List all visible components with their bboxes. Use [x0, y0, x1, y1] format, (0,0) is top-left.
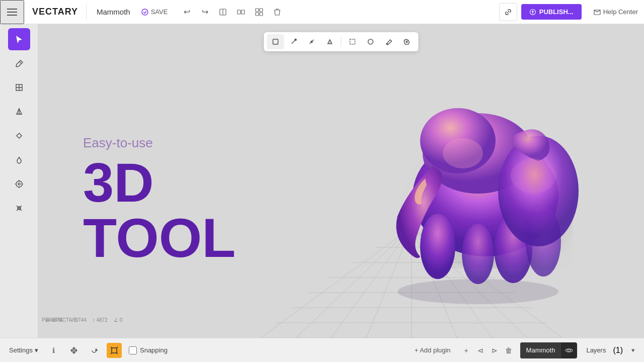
- settings-chevron: ▾: [35, 346, 38, 354]
- draw-tool[interactable]: [8, 52, 30, 74]
- svg-point-37: [406, 41, 408, 43]
- help-button[interactable]: Help Center: [588, 8, 644, 16]
- save-label: SAVE: [151, 8, 168, 16]
- svg-point-35: [368, 39, 373, 44]
- svg-line-14: [597, 10, 600, 12]
- publish-button[interactable]: PUBLISH...: [521, 4, 582, 20]
- angle-coord: ∠ 0: [114, 317, 123, 323]
- undo-button[interactable]: ↩: [179, 4, 195, 20]
- layers-panel: Mammoth: [520, 342, 578, 358]
- svg-rect-10: [256, 13, 259, 16]
- svg-rect-6: [237, 10, 240, 14]
- snapping-area: Snapping: [129, 346, 168, 354]
- z-coord: ↕ 4872: [93, 317, 108, 323]
- vp-edge[interactable]: [303, 34, 320, 49]
- publish-label: PUBLISH...: [539, 8, 574, 16]
- project-name: Mammoth: [93, 8, 134, 16]
- snapping-checkbox[interactable]: [129, 346, 137, 354]
- toolbar-icons: ↩ ↪: [179, 4, 285, 20]
- add-plugin-label: + Add plugin: [415, 346, 451, 354]
- vp-box-select[interactable]: [267, 34, 284, 49]
- layers-dropdown-button[interactable]: ▾: [628, 344, 638, 357]
- svg-point-64: [443, 138, 483, 168]
- snapping-label[interactable]: Snapping: [140, 346, 168, 354]
- link-button[interactable]: [499, 3, 517, 21]
- settings-label: Settings: [9, 346, 33, 354]
- vp-loop[interactable]: [362, 34, 379, 49]
- layers-count: (1): [613, 346, 623, 355]
- environment-tool[interactable]: [8, 173, 30, 195]
- vp-paint[interactable]: [380, 34, 397, 49]
- help-label: Help Center: [603, 8, 638, 16]
- svg-rect-34: [350, 39, 355, 44]
- svg-rect-7: [242, 10, 245, 14]
- scale-tool-btn[interactable]: [107, 343, 122, 358]
- transform2-button[interactable]: [233, 4, 249, 20]
- svg-rect-9: [260, 9, 263, 12]
- vp-rect-select[interactable]: [344, 34, 361, 49]
- svg-point-32: [311, 41, 312, 43]
- layers-nav1-button[interactable]: ⊲: [474, 344, 487, 357]
- svg-line-71: [117, 353, 118, 354]
- vp-vertex[interactable]: [285, 34, 302, 49]
- text-overlay: Easy-to-use 3D TOOL: [83, 135, 236, 265]
- move-tool-btn[interactable]: [66, 343, 82, 358]
- settings-button[interactable]: Settings ▾: [6, 344, 41, 356]
- svg-rect-29: [273, 39, 278, 44]
- add-plugin-button[interactable]: + Add plugin: [415, 346, 451, 354]
- svg-line-68: [111, 347, 112, 348]
- canvas[interactable]: Easy-to-use 3D TOOL: [38, 24, 644, 338]
- svg-rect-67: [112, 348, 117, 353]
- menu-button[interactable]: [0, 0, 24, 24]
- svg-point-60: [462, 224, 494, 284]
- box-tool[interactable]: [8, 76, 30, 99]
- svg-point-3: [142, 9, 148, 15]
- transform1-button[interactable]: [215, 4, 231, 20]
- layers-nav2-button[interactable]: ⊳: [488, 344, 501, 357]
- vp-face[interactable]: [321, 34, 338, 49]
- bottombar: Settings ▾ ℹ Snapping + Add plugin + ⊲: [0, 338, 644, 362]
- delete-button[interactable]: [269, 4, 285, 20]
- layers-prev-button[interactable]: +: [460, 344, 473, 357]
- layers-delete-button[interactable]: 🗑: [502, 344, 515, 357]
- svg-line-69: [117, 347, 118, 348]
- measure-tool[interactable]: [8, 125, 30, 147]
- transform3-button[interactable]: [251, 4, 267, 20]
- svg-point-31: [295, 39, 296, 41]
- svg-point-66: [73, 349, 75, 351]
- viewport-toolbar: [264, 32, 418, 51]
- svg-point-59: [420, 214, 455, 279]
- redo-button[interactable]: ↪: [197, 4, 213, 20]
- vp-settings[interactable]: [398, 34, 415, 49]
- heading-tool: TOOL: [83, 210, 236, 265]
- svg-line-70: [111, 353, 112, 354]
- svg-rect-0: [7, 9, 17, 10]
- svg-point-21: [18, 183, 20, 185]
- perspective-label: PERSPECTIVE ⊕ 4874 ↔ 9744 ↕ 4872 ∠ 0: [42, 315, 77, 324]
- sculpt-tool[interactable]: [8, 101, 30, 123]
- layers-controls: + ⊲ ⊳ 🗑: [460, 344, 515, 357]
- svg-point-72: [568, 349, 571, 351]
- tagline: Easy-to-use: [83, 135, 236, 151]
- mammoth-3d: [342, 55, 604, 307]
- info-button[interactable]: ℹ: [46, 343, 61, 358]
- svg-rect-2: [7, 15, 17, 16]
- svg-point-65: [511, 158, 556, 194]
- divider: [86, 5, 87, 20]
- rotate-tool-btn[interactable]: [87, 343, 102, 358]
- left-sidebar: [0, 24, 38, 338]
- svg-point-20: [16, 181, 22, 187]
- x-coord: ⊕ 4874: [46, 317, 62, 323]
- svg-line-13: [594, 10, 597, 12]
- save-button[interactable]: SAVE: [136, 6, 173, 18]
- svg-line-15: [19, 61, 21, 63]
- constraint-tool[interactable]: [8, 197, 30, 219]
- layers-eye-button[interactable]: [561, 342, 577, 358]
- material-tool[interactable]: [8, 149, 30, 171]
- select-tool[interactable]: [8, 28, 30, 50]
- svg-marker-33: [328, 40, 332, 44]
- svg-rect-11: [260, 13, 263, 16]
- layers-name: Mammoth: [520, 342, 561, 358]
- layers-label: Layers: [586, 346, 606, 354]
- coord-bar: ⊕ 4874 ↔ 9744 ↕ 4872 ∠ 0: [42, 316, 77, 324]
